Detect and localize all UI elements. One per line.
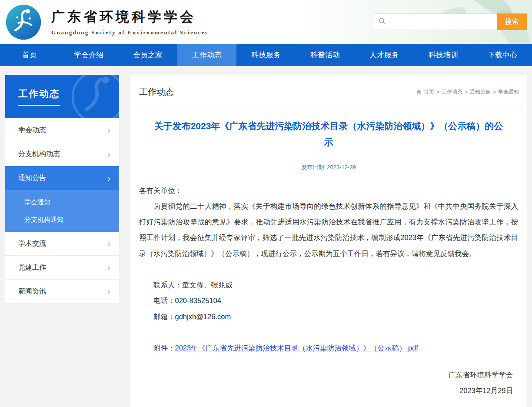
- article-publish-date: 发布日期: 2023-12-29: [139, 163, 518, 171]
- nav-item-home[interactable]: 首页: [0, 44, 59, 66]
- sidebar-watermark-logo-icon: [70, 75, 119, 118]
- search-box: [374, 13, 497, 30]
- sidebar-menu: 学会动态 › 分支机构动态 › 通知公告 › 学会通知 分支机构通知 学术交流 …: [5, 118, 119, 304]
- search-button[interactable]: 搜索: [497, 13, 527, 30]
- sidebar-submenu-container: 学会通知 分支机构通知: [5, 190, 119, 232]
- sidebar-item-party-building[interactable]: 党建工作 ›: [5, 256, 119, 280]
- nav-item-about[interactable]: 学会介绍: [59, 44, 118, 66]
- breadcrumb: 首页 > 工作动态 > 通知公告 > 学会通知: [416, 88, 519, 96]
- search-input[interactable]: [389, 18, 492, 25]
- attachment-pdf-link[interactable]: 2023年《广东省先进污染防治技术目录（水污染防治领域）》（公示稿）.pdf: [175, 344, 418, 352]
- attachment-line: 附件：2023年《广东省先进污染防治技术目录（水污染防治领域）》（公示稿）.pd…: [139, 340, 518, 356]
- nav-item-tech-training[interactable]: 科技培训: [414, 44, 473, 66]
- chevron-right-icon: ›: [107, 174, 110, 183]
- breadcrumb-notices[interactable]: 通知公告: [470, 88, 491, 96]
- chevron-right-icon: ›: [107, 239, 110, 248]
- content-wrap: 工作动态 学会动态 › 分支机构动态 › 通知公告 ›: [0, 66, 532, 407]
- nav-item-work-news[interactable]: 工作动态: [177, 44, 236, 66]
- sidebar-item-label: 通知公告: [18, 173, 46, 183]
- signature-org: 广东省环境科学学会: [139, 367, 513, 383]
- sidebar-item-news-info[interactable]: 新闻资讯 ›: [5, 280, 119, 304]
- nav-item-members[interactable]: 会员之家: [118, 44, 177, 66]
- sidebar-item-label: 学术交流: [18, 239, 46, 248]
- main-nav: 首页 学会介绍 会员之家 工作动态 科技服务 科普活动 人才服务 科技培训 下载…: [0, 44, 532, 66]
- breadcrumb-society-notices[interactable]: 学会通知: [498, 88, 519, 96]
- sidebar: 工作动态 学会动态 › 分支机构动态 › 通知公告 ›: [5, 75, 119, 304]
- chevron-right-icon: ›: [107, 263, 110, 272]
- sidebar-item-branch-news[interactable]: 分支机构动态 ›: [5, 142, 119, 166]
- sidebar-item-notices[interactable]: 通知公告 ›: [5, 166, 119, 190]
- article-paragraph: 为贯彻党的二十大精神，落实《关于构建市场导向的绿色技术创新体系的指导意见》和《中…: [139, 198, 518, 261]
- nav-item-talent-services[interactable]: 人才服务: [355, 44, 414, 66]
- search-area: 搜索: [374, 13, 527, 30]
- panel-header: 工作动态 首页 > 工作动态 > 通知公告 > 学会通知: [130, 75, 527, 106]
- signature-block: 广东省环境科学学会 2023年12月29日: [139, 367, 518, 399]
- breadcrumb-separator: >: [465, 89, 468, 95]
- sidebar-item-label: 新闻资讯: [18, 287, 46, 296]
- sidebar-header: 工作动态: [5, 75, 119, 118]
- contact-block: 联系人：童文修、张兆威 电话：020-83525104 邮箱：gdhjxh@12…: [139, 277, 518, 324]
- society-logo-icon: [5, 4, 42, 40]
- site-title-block: 广东省环境科学学会 Guangdong Society of Environme…: [51, 8, 209, 36]
- sidebar-item-label: 分支机构动态: [18, 150, 60, 159]
- site-title: 广东省环境科学学会: [51, 8, 209, 26]
- nav-item-science-popularization[interactable]: 科普活动: [296, 44, 355, 66]
- article-salutation: 各有关单位：: [139, 183, 518, 198]
- contact-email: 邮箱：gdhjxh@126.com: [139, 309, 518, 324]
- article-body: 各有关单位： 为贯彻党的二十大精神，落实《关于构建市场导向的绿色技术创新体系的指…: [139, 183, 518, 399]
- signature-date: 2023年12月29日: [139, 383, 513, 398]
- sidebar-item-label: 学会动态: [18, 126, 46, 135]
- breadcrumb-separator: >: [493, 89, 496, 95]
- chevron-right-icon: ›: [107, 287, 110, 296]
- sidebar-title: 工作动态: [18, 87, 60, 106]
- search-icon: [379, 17, 386, 26]
- main-panel: 工作动态 首页 > 工作动态 > 通知公告 > 学会通知 关于发布2023年《广…: [130, 75, 527, 407]
- attachment-label: 附件：: [153, 344, 175, 352]
- site-header: 广东省环境科学学会 Guangdong Society of Environme…: [0, 0, 532, 44]
- article: 关于发布2023年《广东省先进污染防治技术目录（水污染防治领域）》（公示稿）的公…: [130, 118, 527, 399]
- nav-item-tech-services[interactable]: 科技服务: [236, 44, 296, 66]
- article-title: 关于发布2023年《广东省先进污染防治技术目录（水污染防治领域）》（公示稿）的公…: [152, 118, 505, 150]
- contact-phone: 电话：020-83525104: [139, 293, 518, 308]
- sidebar-submenu: 学会通知 分支机构通知: [5, 190, 119, 232]
- sidebar-item-label: 党建工作: [18, 263, 46, 272]
- breadcrumb-separator: >: [436, 89, 439, 95]
- sidebar-item-academic-exchange[interactable]: 学术交流 ›: [5, 232, 119, 256]
- submenu-item-society-notices[interactable]: 学会通知: [5, 193, 119, 211]
- home-icon: [416, 89, 422, 95]
- contact-person: 联系人：童文修、张兆威: [139, 277, 518, 293]
- nav-item-download-center[interactable]: 下载中心: [473, 44, 532, 66]
- chevron-right-icon: ›: [107, 126, 110, 134]
- site-subtitle: Guangdong Society of Environmental Scien…: [51, 29, 209, 36]
- sidebar-item-society-news[interactable]: 学会动态 ›: [5, 118, 119, 142]
- section-title: 工作动态: [139, 86, 174, 98]
- chevron-right-icon: ›: [107, 150, 110, 158]
- breadcrumb-home[interactable]: 首页: [424, 88, 434, 96]
- submenu-item-branch-notices[interactable]: 分支机构通知: [5, 211, 119, 228]
- breadcrumb-work-news[interactable]: 工作动态: [442, 88, 462, 96]
